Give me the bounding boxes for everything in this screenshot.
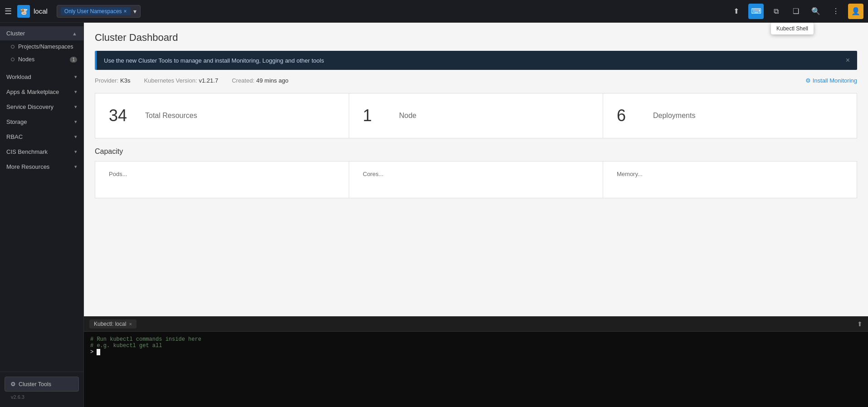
kubectl-tab-label: Kubectl: local [94,321,126,327]
capacity-section: Capacity Pods... Cores... Memory... [95,147,857,198]
storage-chevron: ▾ [74,119,77,125]
version-label: v2.6.3 [5,392,79,402]
metadata-row: Provider: K3s Kubernetes Version: v1.21.… [95,77,857,84]
content-area: Cluster Dashboard Use the new Cluster To… [84,23,868,316]
namespace-tag-label: Only User Namespaces [64,8,122,15]
sidebar-cluster-header[interactable]: Cluster ▲ [0,26,83,40]
sidebar-item-storage[interactable]: Storage ▾ [0,114,83,129]
nodes-badge: 1 [70,57,77,63]
created-value: 49 mins ago [256,77,288,84]
top-header: ☰ 🐮 local Only User Namespaces × ▾ ⬆ ⌨ ⧉… [0,0,868,23]
upload-button[interactable]: ⬆ [728,4,744,19]
search-button[interactable]: 🔍 [808,4,824,19]
cis-benchmark-chevron: ▾ [74,149,77,155]
pages-button[interactable]: ❏ [788,4,804,19]
terminal-prompt: > [90,349,97,355]
created-metadata: Created: 49 mins ago [232,77,288,84]
cluster-tools-button[interactable]: ⚙ Cluster Tools [5,377,79,392]
user-avatar[interactable]: 👤 [848,4,863,19]
cluster-name: local [34,7,48,15]
namespace-filter[interactable]: Only User Namespaces × ▾ [57,5,141,18]
sidebar-item-apps-marketplace[interactable]: Apps & Marketplace ▾ [0,84,83,99]
info-banner-text: Use the new Cluster Tools to manage and … [104,57,324,64]
namespace-dropdown-icon[interactable]: ▾ [133,8,137,15]
sidebar-item-projects-label: Projects/Namespaces [18,44,73,50]
cis-benchmark-label: CIS Benchmark [6,148,48,155]
terminal-line-3[interactable]: > [90,349,862,355]
stat-card-node: 1 Node [349,93,603,138]
stat-card-deployments: 6 Deployments [603,93,857,138]
kubectl-expand-button[interactable]: ⬆ [857,320,863,328]
page-title: Cluster Dashboard [95,32,857,44]
capacity-card-memory: Memory... [603,162,857,198]
sidebar-cluster-section: Cluster ▲ Projects/Namespaces Nodes 1 [0,23,83,69]
workload-chevron: ▾ [74,74,77,80]
kubectl-tab[interactable]: Kubectl: local × [89,319,137,329]
namespace-tag-close[interactable]: × [124,8,127,15]
capacity-card-cores: Cores... [349,162,603,198]
sidebar-item-projects[interactable]: Projects/Namespaces [0,40,83,53]
sidebar-item-service-discovery[interactable]: Service Discovery ▾ [0,99,83,114]
info-banner: Use the new Cluster Tools to manage and … [95,51,857,70]
sidebar-item-cis-benchmark[interactable]: CIS Benchmark ▾ [0,144,83,159]
apps-marketplace-chevron: ▾ [74,89,77,95]
node-label: Node [399,112,416,120]
logo-icon: 🐮 [17,5,30,18]
kubectl-panel: Kubectl: local × ⬆ # Run kubectl command… [84,316,868,407]
node-number: 1 [363,106,390,125]
cluster-logo: 🐮 local [17,5,48,18]
service-discovery-chevron: ▾ [74,104,77,110]
stats-grid: 34 Total Resources 1 Node 6 Deployments [95,93,857,138]
rbac-chevron: ▾ [74,134,77,140]
kubectl-tab-close-icon[interactable]: × [129,321,132,327]
workload-label: Workload [6,74,31,80]
kubectl-shell-button[interactable]: ⌨ [748,4,764,19]
kubectl-terminal[interactable]: # Run kubectl commands inside here # e.g… [84,332,868,407]
total-resources-label: Total Resources [145,112,197,120]
info-banner-close-icon[interactable]: × [846,56,850,64]
copy-button[interactable]: ⧉ [768,4,784,19]
sidebar-item-nodes[interactable]: Nodes 1 [0,53,83,66]
nodes-dot-icon [11,58,15,61]
kubectl-panel-header: Kubectl: local × ⬆ [84,317,868,332]
sidebar-item-workload[interactable]: Workload ▾ [0,69,83,84]
sidebar-item-nodes-label: Nodes [18,56,34,63]
k8s-version-value: v1.21.7 [199,77,219,84]
hamburger-icon[interactable]: ☰ [5,6,12,16]
more-resources-label: More Resources [6,163,49,170]
capacity-memory-label: Memory... [617,171,843,177]
sidebar-cluster-label: Cluster [6,30,25,37]
sidebar: Cluster ▲ Projects/Namespaces Nodes 1 Wo… [0,23,84,407]
sidebar-item-more-resources[interactable]: More Resources ▾ [0,159,83,174]
k8s-version-label: Kubernetes Version: [144,77,197,84]
capacity-title: Capacity [95,147,857,156]
kubectl-shell-tooltip: Kubectl Shell [771,23,814,34]
main-layout: Cluster ▲ Projects/Namespaces Nodes 1 Wo… [0,23,868,407]
right-panel: Cluster Dashboard Use the new Cluster To… [84,23,868,407]
content-main: Cluster Dashboard Use the new Cluster To… [84,23,868,207]
terminal-line-2: # e.g. kubectl get all [90,343,862,349]
more-resources-chevron: ▾ [74,164,77,170]
rbac-label: RBAC [6,133,23,140]
terminal-cursor [97,349,100,355]
header-actions: ⬆ ⌨ ⧉ ❏ 🔍 ⋮ 👤 [728,4,863,19]
k8s-version-metadata: Kubernetes Version: v1.21.7 [144,77,218,84]
deployments-number: 6 [617,106,644,125]
install-monitoring-link[interactable]: ⚙ Install Monitoring [805,77,857,84]
cluster-tools-gear-icon: ⚙ [10,381,16,387]
storage-label: Storage [6,118,27,125]
provider-label: Provider: [95,77,118,84]
sidebar-bottom: ⚙ Cluster Tools v2.6.3 [0,372,83,407]
capacity-pods-label: Pods... [109,171,335,177]
created-label: Created: [232,77,254,84]
capacity-cores-label: Cores... [363,171,589,177]
deployments-label: Deployments [653,112,695,120]
provider-value: K3s [120,77,130,84]
terminal-line-1: # Run kubectl commands inside here [90,336,862,343]
install-monitoring-label: Install Monitoring [813,77,857,84]
capacity-card-pods: Pods... [95,162,349,198]
more-button[interactable]: ⋮ [828,4,844,19]
capacity-grid: Pods... Cores... Memory... [95,161,857,198]
sidebar-item-rbac[interactable]: RBAC ▾ [0,129,83,144]
namespace-tag: Only User Namespaces × [61,7,131,15]
